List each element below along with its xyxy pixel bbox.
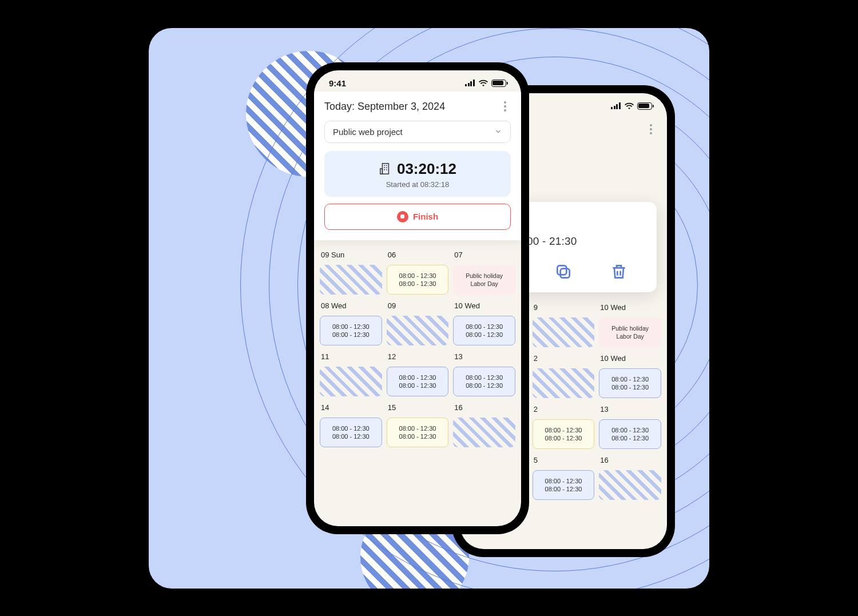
day-label: 14 (320, 400, 382, 414)
empty-cell (320, 265, 382, 295)
day-label: 10 Wed (453, 298, 515, 312)
shift-cell[interactable]: 08:00 - 12:3008:00 - 12:30 (387, 418, 449, 447)
chevron-down-icon (494, 128, 502, 136)
day-label: 09 Sun (320, 247, 382, 261)
svg-rect-3 (382, 164, 388, 174)
day-label: 10 Wed (599, 300, 661, 314)
shift-cell[interactable]: 08:00 - 12:3008:00 - 12:30 (533, 419, 595, 449)
day-label: 10 Wed (599, 351, 661, 365)
wifi-icon (479, 80, 488, 86)
day-label: 13 (599, 402, 661, 416)
empty-cell (533, 317, 595, 347)
day-label: 16 (453, 400, 515, 414)
empty-cell (387, 316, 449, 345)
day-label: 15 (387, 400, 449, 414)
shift-cell[interactable]: 08:00 - 12:3008:00 - 12:30 (599, 419, 661, 449)
day-label: 07 (453, 247, 515, 261)
shift-cell[interactable]: 08:00 - 12:3008:00 - 12:30 (533, 470, 595, 500)
day-label: 08 Wed (320, 298, 382, 312)
day-label: 09 (387, 298, 449, 312)
day-label: 9 (533, 300, 595, 314)
day-label: 2 (533, 351, 595, 365)
shift-cell[interactable]: 08:00 - 12:3008:00 - 12:30 (599, 368, 661, 398)
empty-cell (320, 367, 382, 396)
day-label: 13 (453, 349, 515, 363)
phone-front: 9:41 Today: September 3, 2024 Public web… (306, 62, 529, 534)
day-label: 11 (320, 349, 382, 363)
timer-started-at: Started at 08:32:18 (330, 180, 505, 189)
battery-icon (637, 102, 652, 110)
day-label: 2 (533, 402, 595, 416)
holiday-cell[interactable]: Public holidayLabor Day (453, 265, 515, 295)
more-menu-button[interactable] (645, 124, 657, 134)
empty-cell (533, 368, 595, 398)
empty-cell (599, 470, 661, 500)
svg-rect-2 (557, 265, 566, 275)
shift-cell[interactable]: 08:00 - 12:3008:00 - 12:30 (453, 367, 515, 396)
battery-icon (491, 80, 506, 87)
page-title: Today: September 3, 2024 (324, 101, 445, 113)
shift-cell[interactable]: 08:00 - 12:3008:00 - 12:30 (320, 316, 382, 345)
finish-button-label: Finish (413, 212, 438, 221)
day-label: 12 (387, 349, 449, 363)
building-icon (379, 162, 391, 176)
timer-value: 03:20:12 (397, 160, 456, 178)
tracking-panel: Today: September 3, 2024 Public web proj… (314, 92, 521, 240)
shift-cell[interactable]: 08:00 - 12:3008:00 - 12:30 (387, 367, 449, 396)
more-menu-button[interactable] (499, 101, 511, 112)
project-select[interactable]: Public web project (324, 121, 511, 143)
status-bar: 9:41 (314, 70, 521, 92)
day-label: 16 (599, 452, 661, 467)
timer-card: 03:20:12 Started at 08:32:18 (324, 151, 511, 197)
shift-cell[interactable]: 08:00 - 12:3008:00 - 12:30 (320, 418, 382, 447)
finish-button[interactable]: Finish (324, 204, 511, 230)
project-select-value: Public web project (333, 127, 403, 137)
signal-icon (611, 102, 621, 109)
svg-rect-1 (561, 268, 570, 277)
shift-cell[interactable]: 08:00 - 12:3008:00 - 12:30 (387, 265, 449, 295)
day-label: 5 (533, 452, 595, 467)
empty-cell (453, 418, 515, 447)
trash-icon[interactable] (610, 263, 628, 281)
holiday-cell[interactable]: Public holidayLabor Day (599, 317, 661, 347)
copy-icon[interactable] (554, 263, 573, 281)
shift-cell[interactable]: 08:00 - 12:3008:00 - 12:30 (453, 316, 515, 345)
wifi-icon (625, 102, 634, 109)
stop-icon (397, 211, 408, 222)
day-label: 06 (387, 247, 449, 261)
status-time: 9:41 (329, 78, 346, 88)
schedule-grid: 09 Sun 06 07 08:00 - 12:3008:00 - 12:30 … (314, 240, 521, 459)
signal-icon (465, 80, 475, 86)
